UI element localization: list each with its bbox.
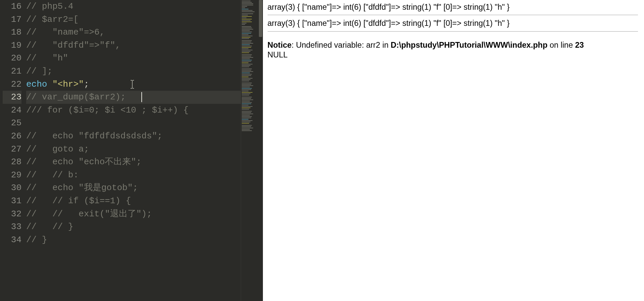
minimap-row bbox=[242, 62, 248, 63]
minimap-row bbox=[242, 69, 252, 69]
code-line[interactable]: /// for ($i=0; $i <10 ; $i++) { bbox=[26, 104, 241, 117]
minimap-row bbox=[242, 37, 250, 38]
minimap-row bbox=[242, 52, 249, 53]
minimap-row bbox=[242, 34, 248, 35]
minimap-row bbox=[242, 64, 252, 64]
code-line[interactable]: // ]; bbox=[26, 65, 241, 78]
minimap-row bbox=[242, 30, 250, 31]
scrollbar-thumb[interactable] bbox=[259, 0, 262, 37]
minimap-row bbox=[242, 93, 250, 94]
code-line[interactable]: // } bbox=[26, 233, 241, 247]
minimap-row bbox=[242, 10, 252, 11]
line-number: 23 bbox=[3, 91, 21, 104]
code-line[interactable]: // var_dump($arr2); bbox=[26, 91, 241, 104]
line-number: 28 bbox=[3, 156, 21, 169]
hr-divider bbox=[268, 31, 638, 32]
line-number: 29 bbox=[3, 169, 21, 182]
code-line[interactable]: // goto a; bbox=[26, 143, 241, 156]
minimap-row bbox=[242, 99, 253, 100]
minimap-row bbox=[242, 71, 253, 72]
minimap-row bbox=[242, 40, 252, 41]
minimap-row bbox=[242, 29, 253, 30]
code-line[interactable] bbox=[26, 117, 241, 130]
code-line[interactable]: // // b: bbox=[26, 169, 241, 182]
minimap-row bbox=[242, 17, 246, 18]
code-line[interactable]: // echo "echo不出来"; bbox=[26, 156, 241, 169]
minimap-row bbox=[242, 120, 252, 121]
line-number: 25 bbox=[3, 117, 21, 130]
minimap-row bbox=[242, 6, 247, 7]
minimap-row bbox=[242, 50, 252, 50]
minimap-row bbox=[242, 129, 250, 130]
minimap-row bbox=[242, 19, 252, 19]
minimap-row bbox=[242, 106, 252, 107]
minimap-row bbox=[242, 24, 245, 25]
code-line[interactable]: // echo "我是gotob"; bbox=[26, 181, 241, 195]
minimap-row bbox=[242, 60, 252, 60]
line-number: 30 bbox=[3, 181, 21, 195]
minimap-row bbox=[242, 101, 250, 101]
minimap-row bbox=[242, 115, 250, 116]
minimap-row bbox=[242, 92, 252, 93]
minimap-row bbox=[242, 7, 245, 8]
editor-vertical-scrollbar[interactable] bbox=[258, 0, 263, 301]
minimap-row bbox=[242, 74, 252, 75]
minimap-row bbox=[242, 44, 250, 45]
browser-output-pane: array(3) { ["name"]=> int(6) ["dfdfd"]=>… bbox=[263, 0, 644, 301]
minimap-row bbox=[242, 112, 251, 113]
code-area[interactable]: // php5.4// $arr2=[// "name"=>6,// "dfdf… bbox=[26, 0, 241, 301]
minimap-row bbox=[242, 70, 251, 71]
minimap-row bbox=[242, 48, 248, 49]
minimap-row bbox=[242, 98, 251, 99]
line-number: 20 bbox=[3, 52, 21, 65]
minimap-row bbox=[242, 61, 251, 62]
notice-online: on line bbox=[547, 41, 575, 49]
minimap-row bbox=[242, 38, 249, 39]
minimap-row bbox=[242, 89, 251, 90]
minimap-row bbox=[242, 51, 250, 52]
minimap-row bbox=[242, 65, 250, 66]
minimap-row bbox=[242, 20, 250, 21]
code-line[interactable]: // "h" bbox=[26, 52, 241, 65]
hr-divider bbox=[268, 15, 638, 15]
minimap-row bbox=[242, 83, 252, 83]
minimap-row bbox=[242, 1, 250, 1]
minimap-row bbox=[242, 125, 252, 126]
minimap-row bbox=[242, 32, 252, 32]
line-number: 34 bbox=[3, 233, 21, 247]
line-number: 31 bbox=[3, 195, 21, 208]
minimap[interactable] bbox=[241, 0, 258, 301]
minimap-row bbox=[242, 118, 251, 118]
minimap-row bbox=[242, 95, 249, 95]
minimap-row bbox=[242, 109, 249, 110]
minimap-row bbox=[242, 78, 252, 79]
notice-line-number: 23 bbox=[575, 41, 584, 49]
code-line[interactable]: // "dfdfd"=>"f", bbox=[26, 39, 241, 52]
minimap-row bbox=[242, 15, 248, 15]
code-line[interactable]: // echo "fdfdfdsdsdsds"; bbox=[26, 130, 241, 143]
minimap-row bbox=[242, 126, 251, 127]
minimap-row bbox=[242, 36, 252, 36]
var-dump-output: array(3) { ["name"]=> int(6) ["dfdfd"]=>… bbox=[268, 2, 638, 12]
minimap-row bbox=[242, 91, 248, 91]
minimap-row bbox=[242, 128, 253, 128]
notice-label: Notice bbox=[268, 41, 292, 49]
code-line[interactable]: // "name"=>6, bbox=[26, 26, 241, 39]
minimap-row bbox=[242, 73, 250, 73]
code-line[interactable]: // // if ($i==1) { bbox=[26, 195, 241, 208]
minimap-row bbox=[242, 114, 253, 114]
code-line[interactable]: // $arr2=[ bbox=[26, 13, 241, 26]
minimap-row bbox=[242, 75, 251, 76]
code-line[interactable]: // // exit("退出了"); bbox=[26, 208, 241, 221]
ibeam-cursor-icon bbox=[130, 80, 134, 89]
minimap-row bbox=[242, 67, 249, 67]
notice-file: D:\phpstudy\PHPTutorial\WWW\index.php bbox=[391, 41, 548, 49]
line-number: 16 bbox=[3, 0, 21, 13]
code-line[interactable]: // // } bbox=[26, 220, 241, 233]
line-number: 17 bbox=[3, 13, 21, 26]
minimap-row bbox=[242, 5, 253, 5]
minimap-row bbox=[242, 116, 252, 117]
minimap-row bbox=[242, 85, 253, 86]
minimap-row bbox=[242, 103, 251, 104]
code-line[interactable]: // php5.4 bbox=[26, 0, 241, 13]
